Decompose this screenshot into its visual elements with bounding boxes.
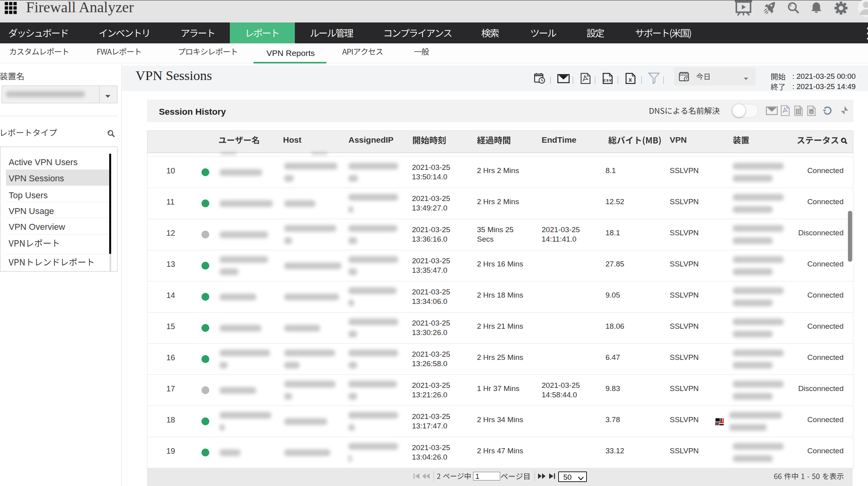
svg-text:x: x bbox=[629, 76, 632, 83]
svg-text:csv: csv bbox=[604, 78, 611, 82]
